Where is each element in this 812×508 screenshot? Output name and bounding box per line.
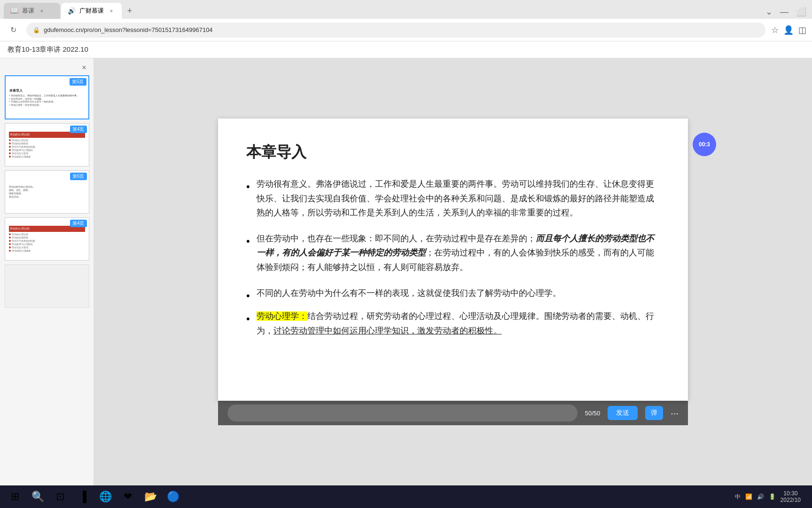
profile-icon[interactable]: 👤 <box>783 25 794 35</box>
taskbar-time[interactable]: 10:30 2022/10 <box>781 490 801 503</box>
content-area: × 第5页 本章导入 • 劳动很有意义。弗洛伊德说过，工作和爱是人生最重要的两件… <box>0 58 812 485</box>
timer-badge: 00:3 <box>693 133 716 156</box>
start-button[interactable]: ⊞ <box>6 487 24 506</box>
slide-title: 本章导入 <box>246 142 660 163</box>
address-bar[interactable]: 🔒 gdufemooc.cn/pro/on_lesson?lessonid=75… <box>26 23 765 38</box>
tab1-close[interactable]: × <box>38 7 46 15</box>
tab1-icon: 📖 <box>10 7 18 15</box>
bullet-item-4: • 劳动心理学：结合劳动过程，研究劳动者的心理过程、心理活动及心理规律。围绕劳动… <box>246 309 660 338</box>
taskbar: ⊞ 🔍 ⊡ ▐ 🌐 ❤ 📂 🔵 中 📶 🔊 🔋 10:30 2022/10 <box>0 485 812 508</box>
app-icon-blue[interactable]: 🔵 <box>164 487 182 506</box>
slide-sidebar: × 第5页 本章导入 • 劳动很有意义。弗洛伊德说过，工作和爱是人生最重要的两件… <box>0 58 94 485</box>
edge-icon[interactable]: 🌐 <box>96 487 115 506</box>
app-icon-red[interactable]: ❤ <box>118 487 137 506</box>
battery-icon[interactable]: 🔋 <box>769 493 776 500</box>
date-display: 2022/10 <box>781 497 801 503</box>
bullet-item-2: • 但在劳动中，也存在一些现象：即不同的人，在劳动过程中是存在差异的；而且每个人… <box>246 231 660 275</box>
tab1-label: 慕课 <box>22 7 34 15</box>
restore-icon[interactable]: ⬜ <box>794 5 808 19</box>
slide-view: 00:3 本章导入 • 劳动很有意义。弗洛伊德说过，工作和爱是人生最重要的两件事… <box>94 58 812 485</box>
italic-text-2: 而且每个人擅长的劳动类型也不一样，有的人会偏好于某一种特定的劳动类型 <box>257 234 654 258</box>
refresh-button[interactable]: ↻ <box>6 23 21 38</box>
bullet-text-1: 劳动很有意义。弗洛伊德说过，工作和爱是人生最重要的两件事。劳动可以维持我们的生存… <box>257 177 660 220</box>
slide-thumb-more[interactable] <box>5 264 89 308</box>
lock-icon: 🔒 <box>33 27 40 33</box>
tab2-close[interactable]: × <box>108 7 115 15</box>
bullet-text-3: 不同的人在劳动中为什么有不一样的表现，这就促使我们去了解劳动中的心理学。 <box>257 286 660 301</box>
search-taskbar-button[interactable]: 🔍 <box>28 487 47 506</box>
media-icon[interactable]: ▐ <box>73 487 92 506</box>
toolbar-icons: ☆ 👤 ◫ <box>771 25 806 35</box>
browser-frame: 📖 慕课 × 🔊 广财慕课 × + ⌄ — ⬜ ↻ 🔒 gdufemooc.cn… <box>0 0 812 508</box>
address-bar-row: ↻ 🔒 gdufemooc.cn/pro/on_lesson?lessonid=… <box>0 19 812 41</box>
page-title: 教育10-13章串讲 2022.10 <box>8 45 88 54</box>
slide-thumb-4b[interactable]: 第4页 劳动的心理过程 劳动的心理过程 劳动的自我特质 劳动与气质类型的匹配 劳… <box>5 217 89 261</box>
tab2-icon: 🔊 <box>68 7 76 15</box>
bullet-text-4: 劳动心理学：结合劳动过程，研究劳动者的心理过程、心理活动及心理规律。围绕劳动者的… <box>257 309 660 338</box>
page-title-bar: 教育10-13章串讲 2022.10 <box>0 41 812 58</box>
tab2-label: 广财慕课 <box>79 7 104 15</box>
bullet-item-3: • 不同的人在劳动中为什么有不一样的表现，这就促使我们去了解劳动中的心理学。 <box>246 286 660 304</box>
tab-list-icon[interactable]: ⌄ <box>764 5 774 19</box>
files-icon[interactable]: 📂 <box>141 487 160 506</box>
tab-controls: ⌄ — ⬜ <box>764 5 808 19</box>
bullet-list: • 劳动很有意义。弗洛伊德说过，工作和爱是人生最重要的两件事。劳动可以维持我们的… <box>246 177 660 338</box>
bullet-dot-2: • <box>246 232 250 250</box>
taskview-button[interactable]: ⊡ <box>51 487 70 506</box>
taskbar-tray: 中 📶 🔊 🔋 10:30 2022/10 <box>729 490 806 503</box>
sidebar-close-button[interactable]: × <box>78 62 90 73</box>
input-method-icon[interactable]: 中 <box>735 493 741 501</box>
bullet-item-1: • 劳动很有意义。弗洛伊德说过，工作和爱是人生最重要的两件事。劳动可以维持我们的… <box>246 177 660 220</box>
slide-thumb-4a[interactable]: 第4页 劳动的心理过程 劳动的心理过程 劳动的自我特质 劳动与气质类型的匹配 劳… <box>5 123 89 167</box>
comment-bar: 50/50 发送 弹 ··· <box>218 401 688 425</box>
slide-badge-5: 第5页 <box>70 78 86 86</box>
tab-bar: 📖 慕课 × 🔊 广财慕课 × + ⌄ — ⬜ <box>0 0 812 19</box>
send-button[interactable]: 发送 <box>608 406 638 420</box>
label-text-4: 劳动心理学： <box>257 311 307 321</box>
slide-thumb-6[interactable]: 第6页 劳动过程中的心理活动...感知、记忆、思维...情绪与情感...意志活动… <box>5 170 89 214</box>
slide-thumb-5[interactable]: 第5页 本章导入 • 劳动很有意义。弗洛伊德说过，工作和爱是人生最重要的两件事.… <box>5 75 89 119</box>
speaker-tray-icon[interactable]: 🔊 <box>757 493 764 500</box>
slide-badge-4a: 第4页 <box>70 126 87 133</box>
time-display: 10:30 <box>783 490 797 497</box>
network-icon[interactable]: 📶 <box>745 493 752 500</box>
bullet-text-2: 但在劳动中，也存在一些现象：即不同的人，在劳动过程中是存在差异的；而且每个人擅长… <box>257 231 660 275</box>
tab-mooc[interactable]: 📖 慕课 × <box>4 3 60 19</box>
tab-guangcai[interactable]: 🔊 广财慕课 × <box>61 3 122 19</box>
url-text: gdufemooc.cn/pro/on_lesson?lessonid=7501… <box>44 26 759 33</box>
comment-count: 50/50 <box>585 410 601 417</box>
new-tab-button[interactable]: + <box>123 3 137 19</box>
bookmark-icon[interactable]: ☆ <box>771 25 779 35</box>
slide-badge-4b: 第4页 <box>70 220 87 227</box>
underline-text-4: 讨论劳动管理中如何运用心理学知识，激发劳动者的积极性。 <box>273 326 502 335</box>
slide-badge-6: 第6页 <box>70 173 87 180</box>
comment-input[interactable] <box>227 405 578 421</box>
minimize-icon[interactable]: — <box>778 5 790 19</box>
bullet-dot-4: • <box>246 310 250 327</box>
bullet-dot-3: • <box>246 287 250 304</box>
slide-container: 00:3 本章导入 • 劳动很有意义。弗洛伊德说过，工作和爱是人生最重要的两件事… <box>218 119 688 401</box>
bullet-button[interactable]: 弹 <box>645 406 663 420</box>
more-button[interactable]: ··· <box>671 408 679 419</box>
sidebar-toggle-icon[interactable]: ◫ <box>798 25 806 35</box>
bullet-dot-1: • <box>246 178 250 195</box>
